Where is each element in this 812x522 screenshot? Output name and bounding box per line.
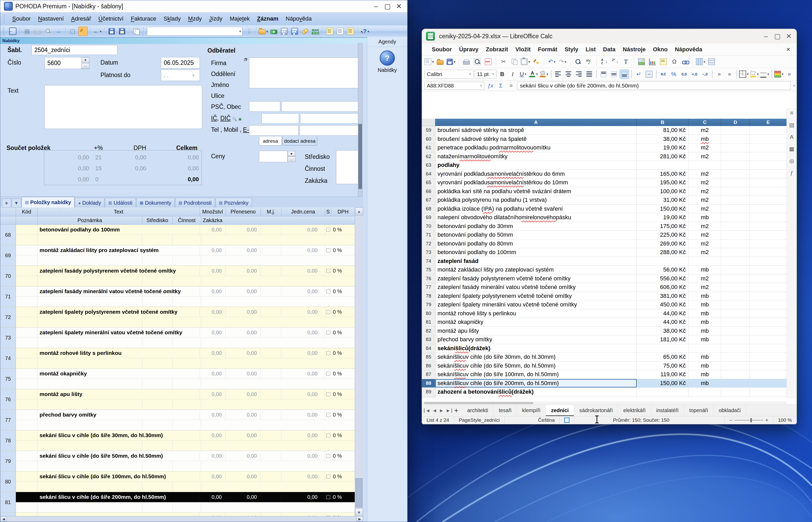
item-job-cell[interactable] — [201, 338, 355, 348]
select-all-corner[interactable] — [422, 119, 435, 126]
item-unit-cell[interactable] — [261, 286, 281, 296]
item-activity-cell[interactable] — [172, 441, 201, 451]
item-activity-cell[interactable] — [172, 379, 201, 389]
offer-item-row[interactable]: 77přechod barvy omítky0,000,000,000 % — [0, 410, 355, 430]
item-text-cell[interactable]: betonování podlahy do 100mm — [38, 225, 200, 235]
cell-e[interactable] — [750, 248, 787, 257]
sheet-row[interactable]: 72betonování podlahy do 80mm269,00 Kčm2 — [422, 240, 787, 248]
scroll-up-icon[interactable]: ▲ — [355, 207, 363, 215]
centre-activity-box[interactable] — [336, 150, 359, 184]
font-name-combo[interactable]: Calibri˅ — [424, 70, 474, 79]
item-centre-cell[interactable] — [142, 420, 172, 430]
cell-c[interactable]: m2 — [689, 178, 721, 187]
menu--pravy[interactable]: Úpravy — [455, 45, 482, 54]
offer-item-row[interactable]: 73zateplení špalety minerální vatou včet… — [0, 327, 355, 348]
menu-mzdy[interactable]: Mzdy — [186, 14, 205, 23]
menu-n-stroje[interactable]: Nástroje — [619, 45, 649, 54]
item-unit-price-cell[interactable]: 0,00 — [281, 307, 325, 317]
export-record-icon[interactable]: → — [54, 26, 63, 36]
format-number-icon[interactable]: 0,0 — [680, 69, 689, 79]
sheet-row[interactable]: 68pokládka izolace (IPA) na podlahu včet… — [422, 205, 787, 214]
number-spinner[interactable]: ▼… — [81, 57, 89, 69]
item-activity-cell[interactable] — [172, 502, 201, 513]
close-document-icon[interactable]: ✕ — [783, 44, 794, 55]
item-unit-cell[interactable] — [261, 451, 281, 461]
item-transferred-cell[interactable]: 0,00 — [226, 245, 261, 255]
item-transferred-cell[interactable]: 0,00 — [226, 471, 261, 481]
item-text-cell[interactable]: sekání šlicu v cihle (do šíře 100mm, do … — [38, 471, 200, 481]
iban-icon[interactable] — [311, 26, 320, 36]
row-header[interactable]: 61 — [422, 143, 435, 152]
sheet-row[interactable]: 80montáž rohové lišty s perlinkou44,00 K… — [422, 309, 787, 318]
item-text-cell[interactable]: montáž rohové lišty s perlinkou — [38, 348, 200, 358]
item-note-cell[interactable] — [38, 235, 142, 245]
item-vat-cell[interactable]: 0 % — [331, 430, 355, 440]
cell-e[interactable] — [750, 126, 787, 135]
cell-d[interactable] — [721, 318, 750, 326]
freeze-rows-columns-icon[interactable]: ▾ — [696, 57, 705, 66]
item-code-note[interactable] — [16, 379, 38, 389]
cell-d[interactable] — [721, 135, 750, 143]
undo-icon[interactable]: ↶▾ — [547, 57, 557, 66]
item-centre-cell[interactable] — [142, 317, 172, 327]
dropdown-arrow-icon[interactable]: ▼ — [288, 151, 295, 157]
item-code-note[interactable] — [16, 399, 38, 409]
selection-mode[interactable] — [560, 416, 575, 424]
sheet-tab-zedn-ci[interactable]: zedníci — [546, 405, 574, 416]
item-code-cell[interactable] — [16, 471, 38, 481]
cell-a[interactable]: přechod barvy omítky — [435, 335, 637, 344]
nabidky-agenda-label[interactable]: Nabídky — [367, 67, 407, 73]
item-quantity-cell[interactable]: 0,00 — [200, 286, 226, 296]
sheet-row[interactable]: 82montáž apu lišty38,00 Kčmb — [422, 327, 787, 336]
sheet-tab-elektrik-i[interactable]: elektrikáři — [618, 405, 651, 416]
item-unit-cell[interactable] — [261, 410, 281, 420]
item-code-cell[interactable] — [16, 327, 38, 337]
item-note-cell[interactable] — [38, 255, 142, 265]
item-activity-cell[interactable] — [172, 358, 201, 368]
checkbox-icon[interactable] — [326, 413, 330, 417]
redo-icon[interactable]: ↷▾ — [558, 57, 567, 66]
tab-doklady[interactable]: ●Doklady — [75, 198, 104, 207]
format-percent-icon[interactable]: % — [669, 69, 679, 79]
menu-styly[interactable]: Styly — [561, 45, 582, 54]
text-area[interactable] — [44, 85, 202, 129]
chevron-down-icon[interactable]: ▾ — [100, 29, 102, 33]
cell-e[interactable] — [750, 370, 787, 379]
italic-icon[interactable]: I — [508, 69, 517, 79]
cell-d[interactable] — [721, 205, 750, 213]
item-job-cell[interactable] — [201, 399, 355, 409]
cell-a[interactable]: zateplení fasády minerální vatou včetně … — [435, 283, 637, 292]
sum-icon[interactable]: Σ — [496, 82, 505, 89]
cell-d[interactable] — [721, 222, 750, 231]
insert-chart-icon[interactable] — [648, 57, 657, 66]
item-activity-cell[interactable] — [172, 276, 201, 286]
item-job-cell[interactable] — [201, 358, 355, 368]
item-unit-price-cell[interactable]: 0,00 — [281, 492, 325, 502]
item-transferred-cell[interactable]: 0,00 — [226, 348, 261, 358]
cell-b[interactable] — [637, 344, 689, 353]
item-vat-cell[interactable]: 0 % — [331, 410, 355, 420]
sheet-row[interactable]: 81montáž okapničky44,00 Kčmb — [422, 318, 787, 327]
sheet-row[interactable]: 86sekání šlicu v cihle (do šíře 50mm, do… — [422, 362, 787, 370]
column-header-dph[interactable]: DPH — [331, 207, 355, 216]
cell-c[interactable]: m2 — [689, 187, 721, 196]
item-vat-cell[interactable]: 0 % — [331, 369, 355, 379]
last-sheet-icon[interactable]: ▶ — [445, 408, 452, 413]
cell-e[interactable] — [750, 283, 787, 292]
cell-b[interactable] — [637, 388, 689, 396]
row-header[interactable]: 70 — [422, 222, 435, 231]
checkbox-icon[interactable] — [326, 434, 330, 437]
foreign-currency-icon[interactable] — [300, 26, 310, 36]
sheet-tab-obklada-i[interactable]: obkladači — [713, 405, 746, 416]
cell-d[interactable] — [721, 231, 750, 239]
checkbox-icon[interactable] — [326, 475, 330, 479]
item-job-cell[interactable] — [201, 461, 355, 471]
sheet-tab-architekti[interactable]: architekti — [462, 405, 494, 416]
item-vat-cell[interactable]: 0 % — [331, 389, 355, 399]
menu-j-zdy[interactable]: Jízdy — [206, 14, 225, 23]
cell-c[interactable]: mb — [689, 370, 721, 379]
row-header[interactable]: 71 — [422, 231, 435, 239]
cell-c[interactable]: mb — [689, 318, 721, 326]
cell-e[interactable] — [750, 335, 787, 344]
cell-d[interactable] — [721, 327, 750, 335]
